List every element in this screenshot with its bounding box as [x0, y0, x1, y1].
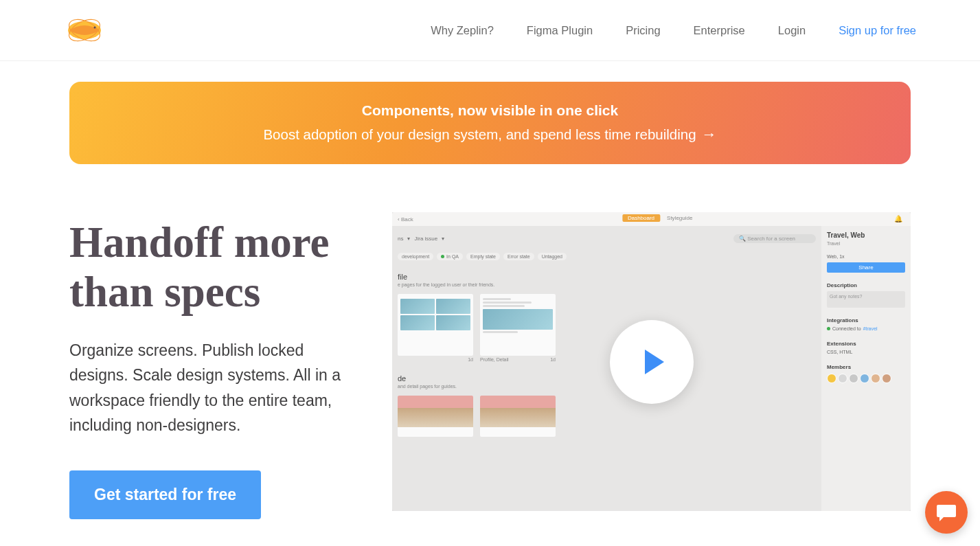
- get-started-button[interactable]: Get started for free: [69, 470, 261, 519]
- video-preview-container: ‹ Back Dashboard Styleguide 🔔 ns▾ Jira i…: [392, 212, 911, 511]
- back-button: ‹ Back: [398, 216, 413, 223]
- dashboard-tab: Dashboard: [622, 214, 660, 222]
- preview-header: ‹ Back Dashboard Styleguide 🔔: [392, 212, 911, 226]
- zeplin-logo[interactable]: [64, 14, 105, 47]
- chat-widget-button[interactable]: [925, 491, 968, 534]
- announcement-banner[interactable]: Components, now visible in one click Boo…: [69, 82, 911, 164]
- banner-subtitle: Boost adoption of your design system, an…: [263, 126, 716, 144]
- site-header: Why Zeplin? Figma Plugin Pricing Enterpr…: [0, 0, 980, 61]
- chip-error-state: Error state: [503, 253, 534, 260]
- arrow-right-icon: →: [702, 126, 717, 144]
- play-icon: [645, 350, 664, 374]
- styleguide-tab: Styleguide: [664, 214, 695, 222]
- main-nav: Why Zeplin? Figma Plugin Pricing Enterpr…: [431, 24, 916, 37]
- svg-point-3: [94, 27, 96, 29]
- nav-pricing[interactable]: Pricing: [626, 24, 660, 37]
- preview-card: [398, 396, 473, 437]
- preview-card: Profile, Detail1d: [480, 294, 556, 362]
- bell-icon: 🔔: [894, 215, 902, 223]
- preview-search: 🔍 Search for a screen: [733, 234, 816, 243]
- nav-signup[interactable]: Sign up for free: [839, 24, 916, 37]
- chip-in-qa: In QA: [437, 253, 463, 260]
- hero-content: Handoff more than specs Organize screens…: [69, 212, 351, 519]
- member-avatars: [827, 374, 905, 383]
- preview-card: 1d: [398, 294, 473, 362]
- section-file-sub: e pages for the logged in user or their …: [398, 282, 816, 287]
- preview-main: ns▾ Jira issue▾ 🔍 Search for a screen de…: [392, 226, 821, 511]
- chip-development: development: [398, 253, 433, 260]
- section-de-sub: and detail pages for guides.: [398, 384, 816, 389]
- notes-box: Got any notes?: [827, 291, 905, 308]
- chip-untagged: Untagged: [538, 253, 567, 260]
- nav-why-zeplin[interactable]: Why Zeplin?: [431, 24, 494, 37]
- nav-enterprise[interactable]: Enterprise: [694, 24, 745, 37]
- nav-login[interactable]: Login: [778, 24, 806, 37]
- play-video-button[interactable]: [610, 320, 694, 404]
- nav-figma-plugin[interactable]: Figma Plugin: [527, 24, 593, 37]
- hero-title: Handoff more than specs: [69, 218, 351, 317]
- preview-sidebar: Travel, Web Travel Web, 1x Share Descrip…: [821, 226, 911, 511]
- hero-description: Organize screens. Publish locked designs…: [69, 338, 351, 437]
- share-button: Share: [827, 262, 905, 273]
- preview-card: [480, 396, 556, 437]
- sidebar-title: Travel, Web: [827, 231, 905, 239]
- chip-empty-state: Empty state: [466, 253, 500, 260]
- banner-title: Components, now visible in one click: [97, 102, 883, 119]
- chat-icon: [935, 502, 957, 523]
- section-file: file: [398, 273, 816, 281]
- section-de: de: [398, 374, 816, 383]
